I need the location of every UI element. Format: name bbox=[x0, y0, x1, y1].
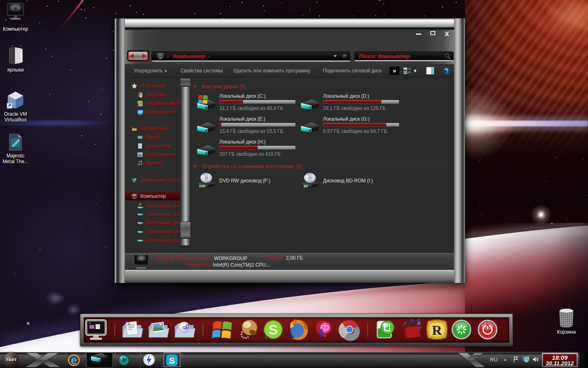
svg-text:?: ? bbox=[445, 68, 448, 74]
svg-text:S: S bbox=[269, 322, 278, 337]
svg-text:DVD: DVD bbox=[199, 185, 205, 188]
svg-text:BD: BD bbox=[304, 185, 308, 188]
svg-text:A: A bbox=[127, 321, 130, 326]
svg-text:R: R bbox=[432, 323, 442, 338]
svg-text:e: e bbox=[71, 354, 77, 367]
svg-text:S: S bbox=[169, 356, 175, 365]
